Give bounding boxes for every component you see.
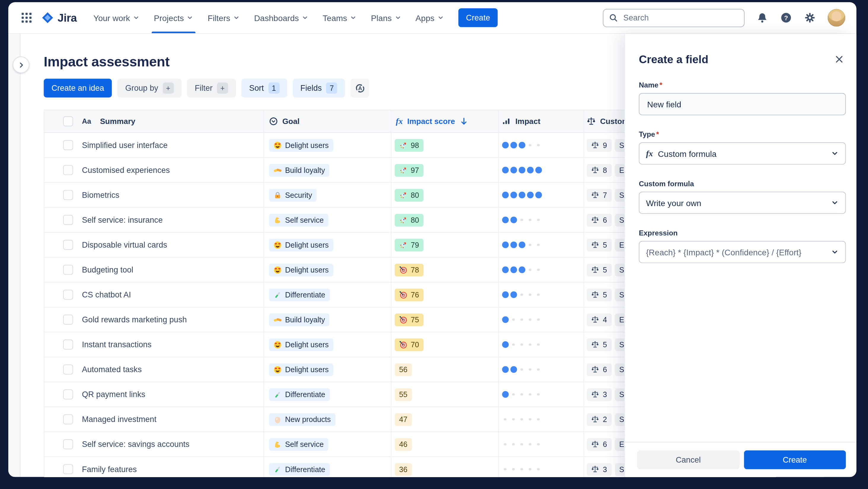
impact-dot-empty[interactable] — [510, 341, 517, 348]
customer-count-pill[interactable]: 4 — [587, 313, 611, 326]
impact-dot-filled[interactable] — [501, 216, 508, 223]
row-checkbox[interactable] — [63, 190, 73, 200]
row-checkbox[interactable] — [63, 315, 73, 325]
impact-dot-empty[interactable] — [518, 366, 525, 373]
idea-summary[interactable]: Family features — [82, 465, 136, 473]
sort-button[interactable]: Sort 1 — [241, 79, 287, 97]
customer-count-pill[interactable]: 2 — [587, 413, 611, 426]
row-checkbox[interactable] — [63, 215, 73, 225]
user-avatar[interactable] — [828, 9, 845, 27]
idea-summary[interactable]: Biometrics — [82, 191, 119, 200]
row-checkbox[interactable] — [63, 390, 73, 399]
customer-count-pill[interactable]: 5 — [587, 288, 611, 301]
impact-score-pill[interactable]: 46 — [395, 438, 412, 451]
select-all-checkbox[interactable] — [63, 116, 73, 126]
impact-rating-dots[interactable] — [501, 466, 542, 473]
impact-dot-filled[interactable] — [501, 191, 508, 198]
goal-pill[interactable]: Security — [269, 189, 316, 201]
impact-dot-empty[interactable] — [535, 266, 542, 274]
impact-dot-empty[interactable] — [501, 466, 508, 473]
table-row[interactable]: Automated tasks Delight users 56 6 SMB — [44, 357, 633, 382]
row-checkbox[interactable] — [63, 165, 73, 175]
impact-dot-empty[interactable] — [510, 466, 517, 473]
impact-dot-empty[interactable] — [518, 441, 525, 448]
row-checkbox[interactable] — [63, 365, 73, 375]
goal-pill[interactable]: Delight users — [269, 338, 333, 351]
impact-dot-filled[interactable] — [510, 366, 517, 373]
row-checkbox[interactable] — [63, 290, 73, 300]
nav-item-plans[interactable]: Plans — [371, 2, 401, 33]
impact-rating-dots[interactable] — [501, 166, 542, 173]
notification-bell-icon[interactable] — [756, 11, 768, 24]
goal-pill[interactable]: Differentiate — [269, 288, 330, 301]
impact-score-pill[interactable]: 80 — [395, 213, 424, 226]
impact-dot-filled[interactable] — [501, 366, 508, 373]
impact-dot-empty[interactable] — [518, 391, 525, 398]
goal-pill[interactable]: Self service — [269, 213, 328, 226]
customer-count-pill[interactable]: 5 — [587, 238, 611, 251]
impact-dot-empty[interactable] — [526, 341, 533, 348]
customer-count-pill[interactable]: 6 — [587, 213, 611, 226]
impact-dot-empty[interactable] — [535, 141, 542, 149]
impact-dot-empty[interactable] — [526, 466, 533, 473]
search-input[interactable] — [622, 13, 739, 23]
impact-rating-dots[interactable] — [501, 191, 542, 198]
impact-dot-empty[interactable] — [518, 466, 525, 473]
table-row[interactable]: Instant transactions Delight users 70 5 … — [44, 333, 633, 357]
goal-pill[interactable]: New products — [269, 413, 335, 426]
impact-rating-dots[interactable] — [501, 216, 542, 223]
impact-dot-empty[interactable] — [535, 366, 542, 373]
impact-dot-empty[interactable] — [526, 216, 533, 223]
impact-rating-dots[interactable] — [501, 266, 542, 274]
impact-dot-filled[interactable] — [518, 141, 525, 149]
impact-dot-filled[interactable] — [510, 291, 517, 298]
impact-dot-empty[interactable] — [535, 316, 542, 323]
close-icon[interactable] — [832, 53, 846, 66]
impact-score-pill[interactable]: 55 — [395, 388, 412, 401]
impact-dot-empty[interactable] — [535, 291, 542, 298]
goal-pill[interactable]: Delight users — [269, 363, 333, 376]
impact-dot-empty[interactable] — [510, 416, 517, 423]
impact-dot-empty[interactable] — [501, 416, 508, 423]
impact-dot-filled[interactable] — [501, 166, 508, 173]
impact-dot-empty[interactable] — [535, 216, 542, 223]
goal-pill[interactable]: Differentiate — [269, 388, 330, 401]
customer-count-pill[interactable]: 8 — [587, 164, 611, 176]
row-checkbox[interactable] — [63, 265, 73, 275]
table-row[interactable]: Customised experiences Build loyalty 97 … — [44, 158, 633, 183]
impact-rating-dots[interactable] — [501, 441, 542, 448]
nav-item-teams[interactable]: Teams — [323, 2, 356, 33]
impact-dot-filled[interactable] — [501, 391, 508, 398]
impact-score-pill[interactable]: 79 — [395, 238, 424, 251]
goal-pill[interactable]: Self service — [269, 438, 328, 451]
nav-item-projects[interactable]: Projects — [154, 2, 193, 33]
nav-item-dashboards[interactable]: Dashboards — [254, 2, 308, 33]
fields-button[interactable]: Fields 7 — [292, 79, 345, 97]
impact-dot-empty[interactable] — [526, 441, 533, 448]
impact-dot-empty[interactable] — [526, 291, 533, 298]
name-field[interactable] — [639, 93, 846, 115]
impact-dot-empty[interactable] — [518, 416, 525, 423]
column-header-summary[interactable]: Aa Summary — [44, 110, 264, 133]
impact-dot-filled[interactable] — [518, 191, 525, 198]
impact-dot-empty[interactable] — [518, 316, 525, 323]
table-row[interactable]: Budgeting tool Delight users 78 5 Scaleu… — [44, 258, 633, 283]
impact-dot-empty[interactable] — [510, 391, 517, 398]
impact-score-pill[interactable]: 36 — [395, 463, 412, 476]
goal-pill[interactable]: Differentiate — [269, 463, 330, 476]
impact-dot-empty[interactable] — [535, 441, 542, 448]
idea-summary[interactable]: Customised experiences — [82, 166, 170, 175]
settings-gear-icon[interactable] — [804, 11, 816, 24]
impact-dot-filled[interactable] — [501, 141, 508, 149]
row-checkbox[interactable] — [63, 439, 73, 449]
nav-item-your-work[interactable]: Your work — [93, 2, 139, 33]
impact-dot-filled[interactable] — [510, 216, 517, 223]
idea-summary[interactable]: Self service: insurance — [82, 215, 162, 225]
impact-dot-filled[interactable] — [510, 266, 517, 274]
idea-summary[interactable]: Automated tasks — [82, 365, 142, 374]
impact-dot-filled[interactable] — [510, 166, 517, 173]
row-checkbox[interactable] — [63, 240, 73, 250]
impact-dot-empty[interactable] — [526, 141, 533, 149]
name-input[interactable] — [646, 99, 839, 109]
impact-score-pill[interactable]: 80 — [395, 189, 424, 201]
